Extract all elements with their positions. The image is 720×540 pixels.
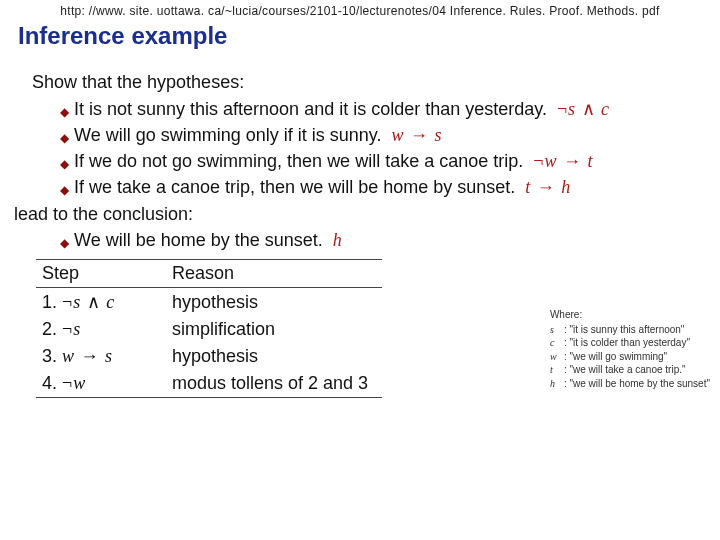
slide-title: Inference example	[18, 22, 227, 50]
hypotheses-list: ◆It is not sunny this afternoon and it i…	[32, 98, 692, 198]
lead-in-1: Show that the hypotheses:	[32, 72, 692, 93]
table-row: 4. ¬wmodus tollens of 2 and 3	[36, 370, 382, 398]
legend-item: c: "it is colder than yesterday"	[550, 336, 710, 350]
reason-cell: modus tollens of 2 and 3	[166, 370, 382, 398]
table-row: 3. w → shypothesis	[36, 343, 382, 370]
hypothesis-formula: t → h	[525, 177, 570, 198]
hypothesis-text: If we do not go swimming, then we will t…	[74, 151, 523, 172]
lead-in-2: lead to the conclusion:	[14, 204, 692, 225]
legend-item: w: "we will go swimming"	[550, 350, 710, 364]
hypothesis-formula: ¬s ∧ c	[557, 98, 609, 120]
conclusion-text: We will be home by the sunset.	[74, 230, 323, 251]
hypothesis-item: ◆We will go swimming only if it is sunny…	[60, 125, 692, 146]
step-cell: 2. ¬s	[36, 316, 166, 343]
reason-cell: hypothesis	[166, 288, 382, 317]
hypothesis-text: We will go swimming only if it is sunny.	[74, 125, 381, 146]
proof-table: Step Reason 1. ¬s ∧ chypothesis2. ¬ssimp…	[36, 259, 382, 398]
reason-cell: simplification	[166, 316, 382, 343]
hypothesis-item: ◆If we do not go swimming, then we will …	[60, 151, 692, 172]
reason-cell: hypothesis	[166, 343, 382, 370]
bullet-icon: ◆	[60, 131, 74, 145]
step-cell: 4. ¬w	[36, 370, 166, 398]
step-cell: 3. w → s	[36, 343, 166, 370]
hypothesis-text: It is not sunny this afternoon and it is…	[74, 99, 547, 120]
hypothesis-item: ◆It is not sunny this afternoon and it i…	[60, 98, 692, 120]
bullet-icon: ◆	[60, 157, 74, 171]
legend-item: s: "it is sunny this afternoon"	[550, 323, 710, 337]
hypothesis-text: If we take a canoe trip, then we will be…	[74, 177, 515, 198]
legend-item: t: "we will take a canoe trip."	[550, 363, 710, 377]
conclusion-line: ◆We will be home by the sunset.h	[60, 230, 692, 251]
bullet-icon: ◆	[60, 183, 74, 197]
variable-legend: Where: s: "it is sunny this afternoon"c:…	[550, 308, 710, 390]
legend-item: h: "we will be home by the sunset"	[550, 377, 710, 391]
step-cell: 1. ¬s ∧ c	[36, 288, 166, 317]
table-row: 1. ¬s ∧ chypothesis	[36, 288, 382, 317]
bullet-icon: ◆	[60, 105, 74, 119]
bullet-icon: ◆	[60, 236, 74, 250]
hypothesis-formula: w → s	[391, 125, 441, 146]
source-url: http: //www. site. uottawa. ca/~lucia/co…	[0, 4, 720, 18]
legend-title: Where:	[550, 308, 710, 322]
conclusion-formula: h	[333, 230, 342, 251]
hypothesis-formula: ¬w → t	[533, 151, 592, 172]
hypothesis-item: ◆If we take a canoe trip, then we will b…	[60, 177, 692, 198]
col-step: Step	[36, 260, 166, 288]
table-row: 2. ¬ssimplification	[36, 316, 382, 343]
col-reason: Reason	[166, 260, 382, 288]
